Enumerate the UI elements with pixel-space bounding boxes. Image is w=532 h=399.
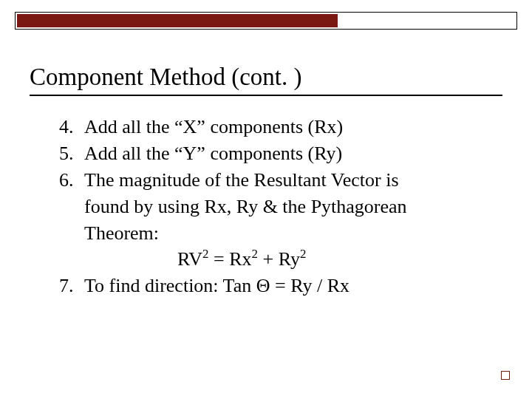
eq-term: RV [177, 248, 202, 270]
item-text: Add all the “X” components (Rx) [84, 114, 343, 140]
eq-term: + Ry [258, 248, 300, 270]
progress-bar-fill [17, 14, 338, 27]
list-item: 6. The magnitude of the Resultant Vector… [59, 167, 488, 194]
eq-term: = Rx [209, 248, 252, 270]
list-item: 4. Add all the “X” components (Rx) [59, 114, 488, 140]
item-text-cont: found by using Rx, Ry & the Pythagorean [59, 194, 488, 220]
list-item: 5. Add all the “Y” components (Ry) [59, 140, 488, 167]
item-number: 7. [59, 273, 84, 299]
item-text-cont: Theorem: [59, 220, 488, 247]
item-number: 5. [59, 140, 84, 167]
slide-body: 4. Add all the “X” components (Rx) 5. Ad… [59, 114, 488, 299]
item-number: 4. [59, 114, 84, 140]
progress-bar-frame [15, 12, 517, 30]
list-item: 7. To find direction: Tan Θ = Ry / Rx [59, 273, 488, 299]
corner-square-icon [501, 371, 510, 380]
item-text: The magnitude of the Resultant Vector is [84, 167, 399, 194]
eq-sup: 2 [252, 248, 258, 262]
item-text: To find direction: Tan Θ = Ry / Rx [84, 273, 349, 299]
item-number: 6. [59, 167, 84, 194]
equation: RV2 = Rx2 + Ry2 [59, 246, 488, 273]
title-underline [30, 95, 502, 96]
eq-sup: 2 [300, 248, 306, 262]
slide: Component Method (cont. ) 4. Add all the… [0, 0, 532, 399]
item-text: Add all the “Y” components (Ry) [84, 140, 342, 167]
slide-title: Component Method (cont. ) [30, 64, 301, 90]
eq-sup: 2 [202, 248, 208, 262]
